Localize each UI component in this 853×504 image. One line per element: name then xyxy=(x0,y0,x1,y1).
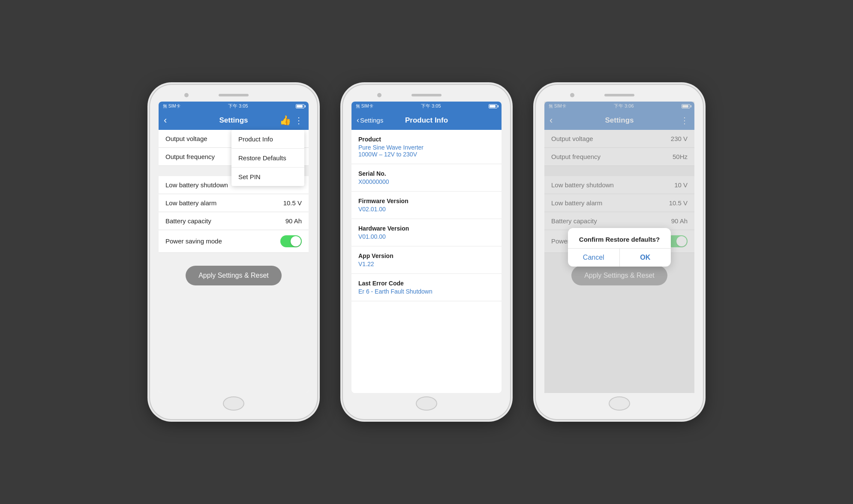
phone-top-bar-3 xyxy=(536,93,703,98)
status-bar-1: 無 SIM卡 下午 3:05 xyxy=(159,102,309,111)
power-saving-label: Power saving mode xyxy=(165,237,222,245)
output-voltage-label: Output voltage xyxy=(165,135,207,142)
screen-3: 無 SIM卡 下午 3:06 ‹ Settings ⋮ Output volta… xyxy=(544,102,694,393)
nav-title-1: Settings xyxy=(219,116,248,125)
low-alarm-label: Low battery alarm xyxy=(165,199,216,207)
back-button-2[interactable]: ‹ Settings xyxy=(357,116,383,125)
battery-area-2 xyxy=(489,104,497,108)
product-info-hardware: Hardware Version V01.00.00 xyxy=(351,219,502,246)
battery-cap-value: 90 Ah xyxy=(285,217,302,225)
dropdown-restore-defaults[interactable]: Restore Defaults xyxy=(231,149,304,168)
battery-area-1 xyxy=(296,104,304,108)
battery-icon-1 xyxy=(296,104,304,108)
dropdown-menu-1: Product Info Restore Defaults Set PIN xyxy=(231,130,304,186)
speaker-1 xyxy=(219,94,249,96)
screen-1: 無 SIM卡 下午 3:05 ‹ Settings 👍 ⋮ Output vol… xyxy=(159,102,309,393)
dialog-box-3: Confirm Restore defaults? Cancel OK xyxy=(568,228,671,267)
product-info-product: Product Pure Sine Wave Inverter 1000W – … xyxy=(351,130,502,164)
product-info-app: App Version V1.22 xyxy=(351,246,502,274)
dropdown-product-info[interactable]: Product Info xyxy=(231,130,304,149)
hand-icon-1[interactable]: 👍 xyxy=(279,115,291,126)
speaker-3 xyxy=(604,94,634,96)
phone-3: 無 SIM卡 下午 3:06 ‹ Settings ⋮ Output volta… xyxy=(536,85,703,419)
dialog-title-3: Confirm Restore defaults? xyxy=(568,228,671,248)
phone-top-bar-1 xyxy=(150,93,317,98)
battery-icon-2 xyxy=(489,104,497,108)
product-value: Pure Sine Wave Inverter 1000W – 12V to 2… xyxy=(358,144,495,158)
time-2: 下午 3:05 xyxy=(421,103,441,109)
home-button-3[interactable] xyxy=(609,396,630,411)
settings-item-battery-cap[interactable]: Battery capacity 90 Ah xyxy=(159,212,309,230)
screen-wrapper-2: 無 SIM卡 下午 3:05 ‹ Settings Product Info P… xyxy=(351,102,502,393)
phone-1: 無 SIM卡 下午 3:05 ‹ Settings 👍 ⋮ Output vol… xyxy=(150,85,317,419)
firmware-value: V02.01.00 xyxy=(358,206,495,213)
hardware-value: V01.00.00 xyxy=(358,233,495,240)
firmware-label: Firmware Version xyxy=(358,198,495,204)
product-label: Product xyxy=(358,136,495,143)
camera-1 xyxy=(184,93,189,97)
dots-icon-1[interactable]: ⋮ xyxy=(294,115,303,126)
settings-item-power-saving[interactable]: Power saving mode xyxy=(159,230,309,253)
dialog-overlay-3: Confirm Restore defaults? Cancel OK xyxy=(544,102,694,393)
dialog-cancel-button[interactable]: Cancel xyxy=(568,249,620,267)
nav-bar-1: ‹ Settings 👍 ⋮ xyxy=(159,111,309,130)
error-label: Last Error Code xyxy=(358,280,495,287)
nav-bar-2: ‹ Settings Product Info xyxy=(351,111,502,130)
screen-2: 無 SIM卡 下午 3:05 ‹ Settings Product Info P… xyxy=(351,102,502,393)
app-value: V1.22 xyxy=(358,261,495,267)
serial-label: Serial No. xyxy=(358,170,495,177)
settings-item-low-alarm[interactable]: Low battery alarm 10.5 V xyxy=(159,194,309,212)
product-info-list: Product Pure Sine Wave Inverter 1000W – … xyxy=(351,130,502,393)
sim-status-1: 無 SIM卡 xyxy=(163,103,180,109)
screen-wrapper-1: 無 SIM卡 下午 3:05 ‹ Settings 👍 ⋮ Output vol… xyxy=(159,102,309,393)
phone-2: 無 SIM卡 下午 3:05 ‹ Settings Product Info P… xyxy=(343,85,510,419)
serial-value: X00000000 xyxy=(358,178,495,185)
error-value: Er 6 - Earth Fault Shutdown xyxy=(358,288,495,295)
battery-cap-label: Battery capacity xyxy=(165,217,211,225)
dialog-buttons-3: Cancel OK xyxy=(568,248,671,267)
time-1: 下午 3:05 xyxy=(228,103,248,109)
nav-right-1: 👍 ⋮ xyxy=(279,115,303,126)
camera-3 xyxy=(570,93,574,97)
app-label: App Version xyxy=(358,252,495,259)
home-button-2[interactable] xyxy=(416,396,437,411)
phone-top-bar-2 xyxy=(343,93,510,98)
screen-wrapper-3: 無 SIM卡 下午 3:06 ‹ Settings ⋮ Output volta… xyxy=(544,102,694,393)
toggle-knob xyxy=(291,236,301,246)
back-label-2: Settings xyxy=(360,117,383,124)
hardware-label: Hardware Version xyxy=(358,225,495,232)
low-alarm-value: 10.5 V xyxy=(283,199,302,207)
output-freq-label: Output frequency xyxy=(165,153,215,160)
nav-title-2: Product Info xyxy=(405,116,448,125)
power-saving-toggle[interactable] xyxy=(280,235,302,247)
apply-button-1[interactable]: Apply Settings & Reset xyxy=(186,266,282,285)
home-button-1[interactable] xyxy=(223,396,244,411)
product-info-error: Last Error Code Er 6 - Earth Fault Shutd… xyxy=(351,274,502,301)
dialog-ok-button[interactable]: OK xyxy=(620,249,671,267)
dropdown-set-pin[interactable]: Set PIN xyxy=(231,168,304,186)
apply-btn-container-1: Apply Settings & Reset xyxy=(159,253,309,298)
sim-status-2: 無 SIM卡 xyxy=(356,103,373,109)
product-info-serial: Serial No. X00000000 xyxy=(351,164,502,192)
status-bar-2: 無 SIM卡 下午 3:05 xyxy=(351,102,502,111)
back-button-1[interactable]: ‹ xyxy=(164,115,177,126)
low-shutdown-label: Low battery shutdown xyxy=(165,181,228,189)
camera-2 xyxy=(377,93,381,97)
product-info-firmware: Firmware Version V02.01.00 xyxy=(351,192,502,219)
speaker-2 xyxy=(411,94,442,96)
